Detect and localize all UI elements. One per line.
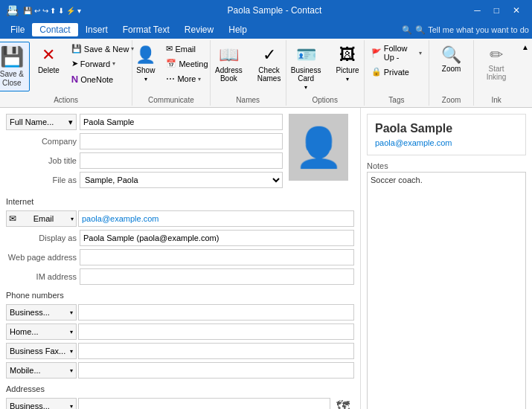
follow-up-button[interactable]: 🚩 Follow Up - ▾ (368, 42, 426, 64)
more-icon: ⋯ (166, 74, 175, 84)
address-button[interactable]: Business... ▾ (6, 398, 77, 409)
ribbon-options-content: 🪪 BusinessCard ▾ 🖼 Picture ▾ (284, 42, 366, 94)
full-name-input[interactable] (80, 114, 283, 130)
picture-label: Picture (336, 66, 359, 74)
ink-group-label: Ink (491, 94, 501, 104)
email-input[interactable] (78, 210, 354, 227)
save-new-button[interactable]: 💾 Save & New ▾ (68, 42, 138, 56)
form-area: Full Name... ▾ Company Job title (0, 108, 532, 409)
picture-dropdown: ▾ (346, 76, 349, 83)
start-inking-button[interactable]: ✏ StartInking (480, 42, 513, 85)
onenote-button[interactable]: N OneNote (68, 71, 138, 87)
tell-me-bar[interactable]: 🔍 🔍 Tell me what you want to do (402, 25, 529, 35)
im-input[interactable] (80, 268, 354, 285)
meeting-button[interactable]: 📅 Meeting (162, 57, 211, 71)
company-input[interactable] (80, 133, 283, 149)
notes-area[interactable]: Soccer coach. (367, 172, 526, 409)
company-row: Company (6, 133, 283, 149)
fax-phone-button[interactable]: Business Fax... ▾ (6, 343, 77, 359)
show-button[interactable]: 👤 Show ▾ (130, 42, 161, 86)
ribbon-collapse[interactable]: ▲ (519, 40, 532, 106)
home-phone-row: Home... ▾ (6, 323, 354, 340)
search-icon: 🔍 (402, 25, 412, 35)
ink-icon: ✏ (490, 45, 503, 65)
display-as-input[interactable] (80, 230, 354, 246)
mobile-phone-button[interactable]: Mobile... ▾ (6, 362, 77, 379)
home-phone-input[interactable] (78, 323, 354, 340)
menu-contact[interactable]: Contact (32, 23, 77, 36)
ribbon-ink-content: ✏ StartInking (480, 42, 513, 94)
picture-button[interactable]: 🖼 Picture ▾ (329, 42, 365, 86)
ribbon-options-group: 🪪 BusinessCard ▾ 🖼 Picture ▾ Options (286, 40, 365, 106)
business-card-button[interactable]: 🪪 BusinessCard ▾ (284, 42, 328, 94)
ribbon-actions-group: 💾 Save &Close ✕ Delete 💾 Save & New ▾ ➤ … (0, 40, 132, 106)
ribbon-communicate-content: 👤 Show ▾ ✉ Email 📅 Meeting ⋯ More ▾ (130, 42, 211, 94)
save-close-button[interactable]: 💾 Save &Close (0, 42, 30, 91)
mobile-phone-row: Mobile... ▾ (6, 362, 354, 379)
show-icon: 👤 (135, 45, 156, 65)
zoom-group-label: Zoom (442, 94, 461, 104)
delete-button[interactable]: ✕ Delete (31, 42, 66, 79)
business-phone-dropdown: ▾ (70, 309, 73, 316)
forward-button[interactable]: ➤ Forward ▾ (68, 57, 138, 71)
map-button[interactable]: 🗺 (332, 399, 354, 410)
ribbon-actions-content: 💾 Save &Close ✕ Delete 💾 Save & New ▾ ➤ … (0, 42, 138, 94)
save-close-label: Save &Close (0, 70, 24, 88)
full-name-btn-label: Full Name... (10, 117, 54, 126)
address-row: Business... ▾ 🗺 (6, 398, 354, 409)
private-label: Private (384, 68, 409, 77)
contact-photo: 👤 (289, 114, 348, 181)
minimize-button[interactable]: ─ (468, 4, 487, 17)
im-row: IM address (6, 268, 354, 285)
home-phone-label: Home... (10, 327, 39, 336)
full-name-row: Full Name... ▾ (6, 114, 283, 130)
zoom-label: Zoom (442, 65, 461, 73)
private-button[interactable]: 🔒 Private (368, 65, 426, 79)
menu-help[interactable]: Help (221, 23, 254, 36)
company-label: Company (6, 137, 77, 146)
meeting-label: Meeting (179, 59, 208, 68)
address-input[interactable] (78, 398, 330, 409)
home-phone-button[interactable]: Home... ▾ (6, 323, 77, 340)
business-phone-input[interactable] (78, 304, 354, 321)
web-page-input[interactable] (80, 249, 354, 265)
ribbon-tags-group: 🚩 Follow Up - ▾ 🔒 Private Tags (365, 40, 429, 106)
home-phone-dropdown: ▾ (70, 329, 73, 335)
zoom-button[interactable]: 🔍 Zoom (435, 42, 468, 77)
address-dropdown: ▾ (70, 403, 73, 410)
check-names-button[interactable]: ✓ CheckNames (251, 42, 288, 86)
fax-phone-input[interactable] (78, 343, 354, 359)
full-name-button[interactable]: Full Name... ▾ (6, 114, 77, 130)
communicate-small-col: ✉ Email 📅 Meeting ⋯ More ▾ (162, 42, 211, 86)
menu-file[interactable]: File (3, 23, 32, 36)
show-label: Show (136, 66, 155, 74)
job-title-input[interactable] (80, 152, 283, 169)
mobile-phone-input[interactable] (78, 362, 354, 379)
card-email[interactable]: paola@example.com (375, 138, 452, 147)
addresses-section-header: Addresses (6, 381, 354, 395)
forward-dropdown: ▾ (112, 60, 115, 67)
tags-group-label: Tags (388, 94, 404, 104)
lock-icon: 🔒 (371, 67, 382, 77)
title-bar-left: 📇 💾 ↩ ↪ ⬆ ⬇ ⚡ ▾ (6, 4, 81, 16)
menu-review[interactable]: Review (177, 23, 221, 36)
close-button[interactable]: ✕ (507, 4, 526, 17)
menu-format-text[interactable]: Format Text (115, 23, 177, 36)
more-button[interactable]: ⋯ More ▾ (162, 71, 211, 86)
delete-label: Delete (38, 66, 60, 75)
menu-insert[interactable]: Insert (78, 23, 115, 36)
business-phone-button[interactable]: Business... ▾ (6, 304, 77, 321)
business-card-label: BusinessCard (291, 66, 321, 83)
ribbon-names-group: 📖 AddressBook ✓ CheckNames Names (211, 40, 286, 106)
address-book-button[interactable]: 📖 AddressBook (208, 42, 249, 86)
email-button[interactable]: ✉ Email (162, 42, 211, 56)
mobile-phone-dropdown: ▾ (70, 367, 73, 374)
job-title-row: Job title (6, 152, 283, 169)
actions-group-label: Actions (54, 94, 78, 104)
email-label-button[interactable]: ✉ Email ▾ (6, 210, 77, 227)
notes-label: Notes (364, 158, 529, 172)
file-as-select[interactable]: Sample, Paola (80, 172, 283, 188)
contact-fields: Full Name... ▾ Company Job title (6, 114, 283, 188)
maximize-button[interactable]: □ (488, 4, 505, 17)
menu-bar: File Contact Insert Format Text Review H… (0, 21, 532, 39)
